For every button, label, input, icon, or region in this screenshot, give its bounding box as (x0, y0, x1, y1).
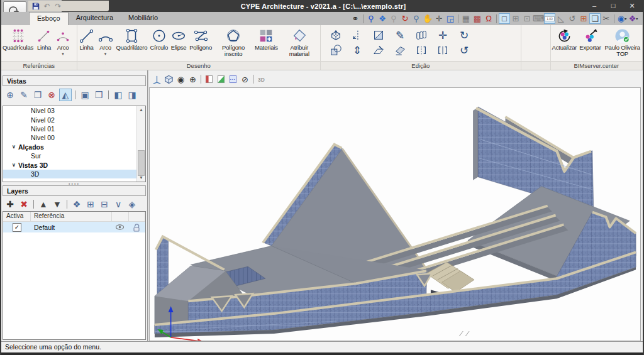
tool-quadril-tero[interactable]: Quadrilátero (115, 25, 149, 51)
open-group-icon[interactable]: ◧ (112, 89, 125, 101)
tab-esboço[interactable]: Esboço (29, 12, 69, 26)
copy-array-tool[interactable] (414, 28, 429, 42)
orbit-eye-icon[interactable]: ◉ (175, 74, 187, 85)
ortho-icon[interactable]: □ (499, 13, 510, 24)
intersect-tool[interactable] (328, 43, 343, 57)
tab-mobiliário[interactable]: Mobiliário (121, 12, 165, 25)
zoom-extents-icon[interactable]: ❖ (377, 13, 388, 24)
tool-paulo-oliveira-top[interactable]: Paulo Oliveira TOP (602, 25, 642, 58)
help-book-icon[interactable]: ❖▾ (628, 13, 639, 24)
keyboard-entry-icon[interactable]: ⌨ (533, 13, 544, 24)
section-green-icon[interactable] (215, 74, 227, 85)
layer-move-icon[interactable]: ❖ (70, 198, 83, 210)
layer-visibility-icon[interactable]: ∨ (112, 198, 125, 210)
tool-atribuir-material[interactable]: Atribuir material (279, 25, 319, 58)
edit-tool[interactable]: ✎ (392, 28, 408, 42)
rotate-axis-tool[interactable]: ↺ (457, 43, 472, 57)
layer-active-checkbox[interactable]: ✓ (13, 223, 21, 232)
move-view-icon[interactable]: ✛ (433, 13, 445, 24)
maximize-button[interactable]: □ (604, 2, 623, 10)
close-group-icon[interactable]: ◨ (126, 89, 138, 101)
save-button[interactable] (31, 1, 40, 11)
hatch-icon[interactable]: ▩ (472, 13, 483, 24)
tree-item-nivel-01[interactable]: Nivel 01 (3, 124, 145, 133)
zoom-previous-icon[interactable]: ⚲ (388, 13, 399, 24)
tool-linha[interactable]: Linha (35, 25, 53, 51)
new-view-icon[interactable]: ⊕ (4, 89, 16, 101)
tool-elipse[interactable]: Elipse (169, 25, 188, 51)
edit-view-icon[interactable]: ✎ (18, 89, 30, 101)
move-tool[interactable]: ✛ (435, 28, 450, 42)
align-b-tool[interactable] (435, 43, 450, 57)
invert-axis-tool[interactable] (350, 28, 365, 42)
reference-icon[interactable]: ⊞ (578, 13, 589, 24)
align-a-tool[interactable] (414, 43, 429, 57)
redo-button[interactable]: ↷ (53, 1, 63, 11)
tool-linha[interactable]: Linha (77, 25, 96, 51)
undo-button[interactable]: ↶ (42, 1, 52, 11)
tool-pol-gono[interactable]: Polígono (188, 25, 213, 51)
viewport-3d[interactable] (149, 87, 641, 341)
dimensions-icon[interactable]: 1.03 (544, 13, 555, 24)
cube-view-icon[interactable] (163, 74, 175, 85)
texture-icon[interactable]: ▦ (460, 13, 472, 24)
delete-view-icon[interactable]: ⊗ (45, 89, 58, 101)
current-view-icon[interactable]: ◭ (59, 89, 72, 101)
tree-item-3d[interactable]: 3D (3, 170, 145, 178)
add-layer-icon[interactable]: ✚ (4, 198, 16, 210)
object-snap-icon[interactable]: ⊡ (521, 13, 533, 24)
tab-arquitectura[interactable]: Arquitectura (69, 12, 121, 25)
tree-item-al-ados[interactable]: ∨Alçados (3, 143, 145, 151)
extrude-tool[interactable] (328, 28, 343, 42)
layer-up-icon[interactable]: ▲ (37, 198, 50, 210)
tree-item-nivel-02[interactable]: Nivel 02 (3, 115, 145, 124)
full-window-icon[interactable]: ◲ (445, 13, 456, 24)
tool-materiais[interactable]: Materiais (253, 25, 279, 51)
layer-grid-b-icon[interactable]: ⊟ (98, 198, 111, 210)
orbit-icon[interactable]: ↺ (567, 13, 578, 24)
layer-lock-icon[interactable] (128, 223, 145, 232)
split-plane-tool[interactable] (371, 28, 386, 42)
zoom-scale-icon[interactable]: ⚲ (411, 13, 422, 24)
tool-exportar[interactable]: Exportar (578, 25, 602, 51)
comment-icon[interactable]: ❏ (589, 13, 601, 24)
tree-item-sur[interactable]: Sur (3, 151, 145, 160)
tool-arco[interactable]: Arco▾ (96, 25, 115, 56)
grid-icon[interactable]: ⊞ (510, 13, 521, 24)
tree-scrollbar[interactable]: ▲ ▼ (136, 106, 145, 182)
close-button[interactable]: ✕ (623, 2, 641, 10)
tool-pol-gono-inscrito[interactable]: Polígono inscrito (213, 25, 253, 58)
minimize-button[interactable]: – (585, 2, 604, 10)
rotate-tool[interactable]: ↻ (457, 28, 472, 42)
axes-icon[interactable] (151, 74, 163, 85)
edit-plane-tool[interactable] (371, 43, 386, 57)
protractor-icon[interactable]: ◺ (555, 13, 567, 24)
capture-view-icon[interactable]: ▣ (79, 89, 91, 101)
scale-tool[interactable]: ⇕ (350, 43, 365, 57)
layer-down-icon[interactable]: ▼ (51, 198, 64, 210)
tree-item-nivel-03[interactable]: Nivel 03 (3, 106, 145, 115)
scroll-down-icon[interactable]: ▼ (137, 174, 145, 182)
layer-visible-icon[interactable] (111, 224, 128, 231)
tool-c-rculo[interactable]: Círculo (148, 25, 169, 51)
scroll-thumb[interactable] (138, 150, 145, 177)
zoom-window-icon[interactable]: ⚲ (365, 13, 377, 24)
tree-item-vistas-3d[interactable]: ∨Vistas 3D (3, 160, 145, 169)
tool-atribuir-etiqueta[interactable]: TAtribuir etiqueta (319, 25, 320, 58)
web-icon[interactable]: ◉▾ (616, 13, 628, 24)
redraw-icon[interactable]: ↻ (399, 13, 411, 24)
tool-actualizar[interactable]: Actualizar (551, 25, 579, 51)
layer-row[interactable]: ✓Default (3, 222, 145, 232)
pan-icon[interactable]: ✋ (422, 13, 433, 24)
section-blue-icon[interactable] (227, 74, 239, 85)
restore-view-icon[interactable]: ❒ (92, 89, 105, 101)
tree-item-nivel-00[interactable]: Nivel 00 (3, 133, 145, 142)
tool-quadr-culas[interactable]: Quadrículas (1, 25, 35, 51)
scroll-up-icon[interactable]: ▲ (137, 106, 145, 114)
gyro-icon[interactable]: ⊕ (187, 74, 199, 85)
magnet-snap-icon[interactable]: Ω (483, 13, 494, 24)
layer-grid-a-icon[interactable]: ⊞ (84, 198, 97, 210)
find-icon[interactable]: ⚭ (350, 13, 361, 24)
tools-icon[interactable]: ✂ (601, 13, 612, 24)
view-3d-icon[interactable]: 3D (255, 74, 267, 85)
